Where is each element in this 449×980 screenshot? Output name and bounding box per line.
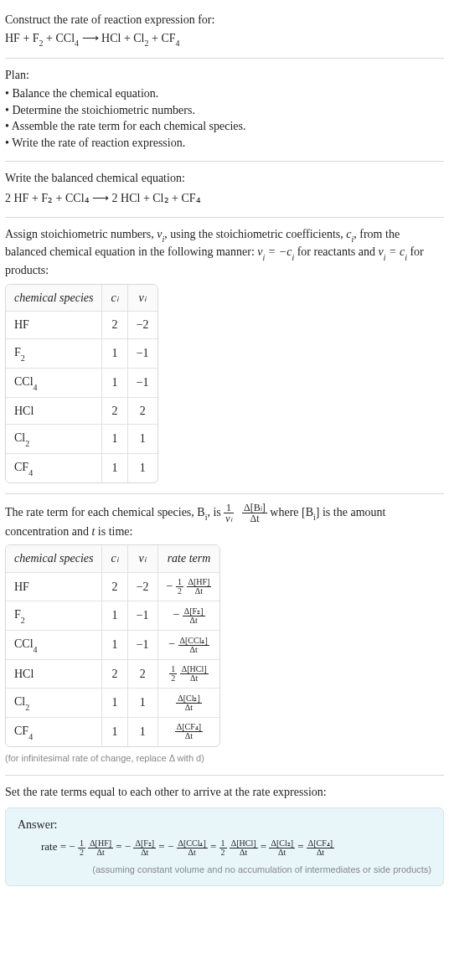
c-symbol: ci — [346, 228, 354, 240]
relation: νi = −ci — [257, 245, 294, 258]
cell-nu: −2 — [128, 312, 157, 339]
cell-c: 1 — [102, 718, 127, 746]
cell-rateterm: − 12 Δ[HF]Δt — [158, 573, 220, 601]
text: The rate term for each chemical species,… — [5, 505, 205, 518]
fraction: Δ[HCl]Δt — [230, 839, 258, 857]
section-prompt: Construct the rate of reaction expressio… — [5, 3, 444, 59]
cell-c: 1 — [102, 454, 127, 482]
cell-nu: −2 — [128, 573, 158, 601]
table-row: F21−1 — [6, 339, 157, 369]
denominator: νᵢ — [224, 513, 233, 524]
table-header: rate term — [158, 545, 220, 573]
cell-nu: 2 — [128, 398, 157, 426]
document-page: Construct the rate of reaction expressio… — [0, 0, 449, 903]
eq-frag: + CF — [149, 32, 176, 44]
table-header: νᵢ — [128, 545, 158, 573]
answer-rate-expression: rate = − 12 Δ[HF]Δt = − Δ[F₂]Δt = − Δ[CC… — [18, 839, 431, 857]
text: is time: — [95, 525, 132, 538]
subscript: 2 — [39, 39, 44, 48]
subscript: i — [162, 235, 164, 244]
nu-symbol: νi — [157, 228, 164, 240]
cell-nu: −1 — [128, 369, 157, 398]
cell-c: 1 — [102, 369, 127, 398]
table-row: Cl211 — [6, 425, 157, 454]
fraction: 12 — [219, 839, 227, 857]
cell-nu: −1 — [128, 631, 158, 660]
cell-nu: 1 — [128, 718, 158, 746]
relation: νi = ci — [378, 245, 406, 258]
stoich-paragraph: Assign stoichiometric numbers, νi, using… — [5, 226, 444, 279]
cell-nu: −1 — [128, 339, 157, 369]
cell-c: 2 — [102, 573, 127, 601]
fraction: Δ[Cl₂]Δt — [176, 694, 202, 712]
text: Assign stoichiometric numbers, — [5, 228, 157, 240]
fraction: Δ[Bᵢ]Δt — [242, 503, 267, 524]
cell-c: 2 — [102, 660, 127, 689]
cell-nu: 1 — [128, 454, 157, 482]
cell-c: 2 — [102, 312, 127, 339]
cell-rateterm: Δ[CF₄]Δt — [158, 718, 220, 746]
subscript: i — [263, 253, 266, 262]
fraction: 12 — [78, 839, 85, 857]
fraction: Δ[F₂]Δt — [133, 839, 156, 857]
prompt-equation: HF + F2 + CCl4 ⟶ HCl + Cl2 + CF4 — [5, 30, 444, 49]
fraction: Δ[Cl₂]Δt — [269, 839, 295, 857]
text: , is — [207, 505, 224, 518]
cell-rateterm: − Δ[F₂]Δt — [158, 601, 220, 631]
text: , using the stoichiometric coefficients, — [164, 228, 346, 240]
cell-nu: 2 — [128, 660, 158, 689]
table-row: HCl22 — [6, 398, 157, 426]
table-header: cᵢ — [102, 285, 127, 312]
cell-species: HCl — [6, 398, 102, 426]
fraction: Δ[HCl]Δt — [180, 665, 209, 683]
table-header: chemical species — [6, 545, 102, 573]
cell-species: F2 — [6, 339, 102, 369]
eq-frag: ⟶ HCl + Cl — [79, 32, 144, 44]
denominator: Δt — [242, 513, 267, 524]
fraction: 12 — [169, 665, 177, 683]
text: ν — [378, 245, 383, 258]
fraction: Δ[CCl₄]Δt — [178, 637, 209, 654]
cell-species: CF4 — [6, 454, 102, 482]
fraction: Δ[F₂]Δt — [183, 607, 205, 625]
cell-species: Cl2 — [6, 425, 102, 454]
fraction: Δ[CF₄]Δt — [175, 723, 203, 740]
table-header: cᵢ — [102, 545, 127, 573]
text: for reactants and — [294, 245, 378, 258]
table-row: CCl41−1− Δ[CCl₄]Δt — [6, 631, 219, 660]
final-lead: Set the rate terms equal to each other t… — [5, 784, 444, 801]
subscript: 4 — [176, 39, 180, 48]
plan-item: • Determine the stoichiometric numbers. — [5, 102, 444, 119]
plan-title: Plan: — [5, 67, 444, 84]
text: νᵢ — [225, 513, 231, 524]
text: c — [346, 228, 351, 240]
rateterm-table: chemical speciescᵢνᵢrate termHF2−2− 12 Δ… — [5, 544, 220, 746]
table-row: HF2−2 — [6, 312, 157, 339]
subscript: i — [352, 235, 354, 244]
section-plan: Plan: • Balance the chemical equation.• … — [5, 59, 444, 162]
cell-rateterm: Δ[Cl₂]Δt — [158, 689, 220, 718]
plan-item: • Balance the chemical equation. — [5, 85, 444, 102]
cell-c: 2 — [102, 398, 127, 426]
subscript: i — [292, 253, 294, 262]
cell-c: 1 — [102, 601, 127, 631]
cell-species: CCl4 — [6, 369, 102, 398]
cell-species: F2 — [6, 601, 102, 631]
answer-box: Answer: rate = − 12 Δ[HF]Δt = − Δ[F₂]Δt … — [5, 807, 444, 886]
rateterm-note: (for infinitesimal rate of change, repla… — [5, 752, 444, 765]
cell-species: CCl4 — [6, 631, 102, 660]
numerator: 1 — [224, 503, 233, 513]
subscript: 4 — [75, 39, 79, 48]
table-row: CF411 — [6, 454, 157, 482]
fraction: Δ[CF₄]Δt — [307, 839, 334, 857]
subscript: 2 — [145, 39, 149, 48]
eq-frag: + CCl — [44, 32, 75, 44]
eq-frag: HF + F — [5, 32, 39, 44]
fraction: 1νᵢ — [224, 503, 233, 524]
table-row: HF2−2− 12 Δ[HF]Δt — [6, 573, 219, 601]
rateterm-paragraph: The rate term for each chemical species,… — [5, 503, 444, 540]
cell-species: CF4 — [6, 718, 102, 746]
numerator: Δ[Bᵢ] — [242, 503, 267, 513]
cell-c: 1 — [102, 689, 127, 718]
cell-species: HCl — [6, 660, 102, 689]
